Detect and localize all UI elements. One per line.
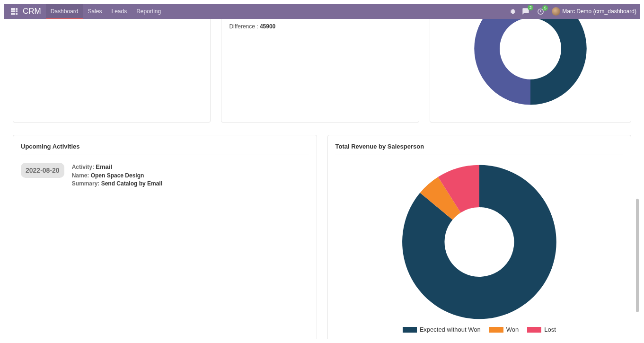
difference-line: Difference : 45900 [229, 23, 411, 30]
upcoming-activities-title: Upcoming Activities [21, 143, 309, 155]
tab-reporting[interactable]: Reporting [132, 4, 166, 19]
legend-won[interactable]: Won [489, 326, 519, 333]
activity-name: Open Space Design [91, 172, 144, 179]
activity-summary: Send Catalog by Email [101, 180, 162, 187]
revenue-donut-chart [394, 163, 565, 321]
scrollbar[interactable] [636, 199, 639, 312]
revenue-card-title: Total Revenue by Salesperson [335, 143, 624, 155]
swatch-expected [403, 327, 417, 333]
difference-value: 45900 [260, 23, 275, 30]
nav-tabs: Dashboard Sales Leads Reporting [46, 4, 166, 19]
activities-icon[interactable]: 5 [537, 8, 544, 15]
activity-details: Activity: Email Name: Open Space Design … [72, 163, 162, 188]
top-card-3 [430, 19, 631, 123]
top-card-2: Difference : 45900 [221, 19, 419, 123]
activity-type: Email [96, 163, 112, 170]
messages-icon[interactable]: 2 [522, 8, 529, 15]
revenue-legend: Expected without Won Won Lost [403, 326, 556, 333]
debug-icon[interactable] [510, 8, 516, 15]
legend-won-label: Won [506, 326, 519, 333]
activity-label: Activity: [72, 164, 96, 170]
activity-date: 2022-08-20 [21, 163, 64, 178]
user-display-name: Marc Demo (crm_dashboard) [562, 8, 636, 15]
legend-expected[interactable]: Expected without Won [403, 326, 481, 333]
legend-lost[interactable]: Lost [527, 326, 556, 333]
upcoming-activities-card: Upcoming Activities 2022-08-20 Activity:… [13, 135, 317, 339]
legend-expected-label: Expected without Won [420, 326, 481, 333]
activity-name-label: Name: [72, 172, 91, 179]
legend-lost-label: Lost [544, 326, 556, 333]
revenue-by-salesperson-card: Total Revenue by Salesperson [327, 135, 632, 339]
swatch-lost [527, 327, 541, 333]
apps-icon[interactable] [8, 4, 21, 19]
activities-badge: 5 [542, 5, 548, 11]
activity-summary-label: Summary: [72, 180, 101, 187]
activity-row[interactable]: 2022-08-20 Activity: Email Name: Open Sp… [21, 163, 309, 188]
difference-label: Difference : [229, 23, 259, 30]
messages-badge: 2 [528, 5, 533, 10]
tab-leads[interactable]: Leads [106, 4, 132, 19]
small-donut-chart [438, 26, 623, 114]
dashboard-content: Difference : 45900 Upcoming Activities [4, 19, 640, 339]
top-navbar: CRM Dashboard Sales Leads Reporting 2 5 … [4, 4, 640, 19]
swatch-won [489, 327, 503, 333]
top-card-1 [13, 19, 211, 123]
app-brand[interactable]: CRM [21, 4, 46, 19]
user-menu[interactable]: Marc Demo (crm_dashboard) [552, 7, 636, 16]
avatar [552, 7, 560, 16]
tab-dashboard[interactable]: Dashboard [46, 4, 83, 19]
tab-sales[interactable]: Sales [83, 4, 106, 19]
